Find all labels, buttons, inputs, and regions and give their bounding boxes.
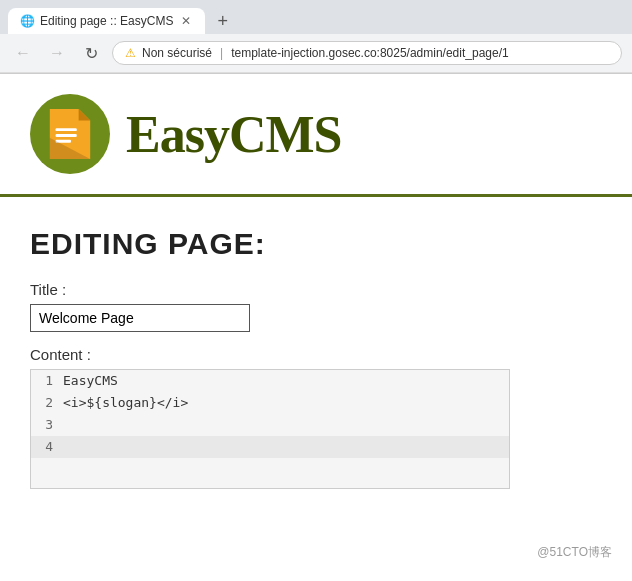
line-number-2: 2 xyxy=(31,392,63,414)
active-tab[interactable]: 🌐 Editing page :: EasyCMS ✕ xyxy=(8,8,205,34)
tab-close-button[interactable]: ✕ xyxy=(179,14,193,28)
site-title: EasyCMS xyxy=(126,105,341,164)
reload-button[interactable]: ↻ xyxy=(78,40,104,66)
forward-button[interactable]: → xyxy=(44,40,70,66)
code-editor[interactable]: 1 EasyCMS 2 <i>${slogan}</i> 3 4 xyxy=(30,369,510,489)
content-label: Content : xyxy=(30,346,602,363)
logo-doc-icon xyxy=(49,109,91,159)
page-content: EasyCMS EDITING PAGE: Title : Content : … xyxy=(0,74,632,509)
code-line-4: 4 xyxy=(31,436,509,458)
line-content-1: EasyCMS xyxy=(63,370,509,392)
title-input[interactable] xyxy=(30,304,250,332)
line-content-2: <i>${slogan}</i> xyxy=(63,392,509,414)
security-label: Non sécurisé xyxy=(142,46,212,60)
tab-title: Editing page :: EasyCMS xyxy=(40,14,173,28)
title-label: Title : xyxy=(30,281,602,298)
url-text: template-injection.gosec.co:8025/admin/e… xyxy=(231,46,509,60)
nav-bar: ← → ↻ ⚠ Non sécurisé | template-injectio… xyxy=(0,34,632,73)
svg-rect-2 xyxy=(56,128,77,131)
logo-circle xyxy=(30,94,110,174)
new-tab-button[interactable]: + xyxy=(209,8,236,34)
code-line-2: 2 <i>${slogan}</i> xyxy=(31,392,509,414)
line-number-4: 4 xyxy=(31,436,63,458)
watermark: @51CTO博客 xyxy=(537,544,612,561)
code-line-3: 3 xyxy=(31,414,509,436)
address-separator: | xyxy=(220,46,223,60)
svg-rect-3 xyxy=(56,134,77,137)
security-icon: ⚠ xyxy=(125,46,136,60)
main-area: EDITING PAGE: Title : Content : 1 EasyCM… xyxy=(0,197,632,509)
site-header: EasyCMS xyxy=(0,74,632,197)
back-button[interactable]: ← xyxy=(10,40,36,66)
svg-marker-1 xyxy=(79,109,91,121)
code-line-1: 1 EasyCMS xyxy=(31,370,509,392)
line-number-1: 1 xyxy=(31,370,63,392)
tab-bar: 🌐 Editing page :: EasyCMS ✕ + xyxy=(0,0,632,34)
address-bar[interactable]: ⚠ Non sécurisé | template-injection.gose… xyxy=(112,41,622,65)
editing-heading: EDITING PAGE: xyxy=(30,227,602,261)
tab-favicon-icon: 🌐 xyxy=(20,14,34,28)
browser-chrome: 🌐 Editing page :: EasyCMS ✕ + ← → ↻ ⚠ No… xyxy=(0,0,632,74)
line-number-3: 3 xyxy=(31,414,63,436)
